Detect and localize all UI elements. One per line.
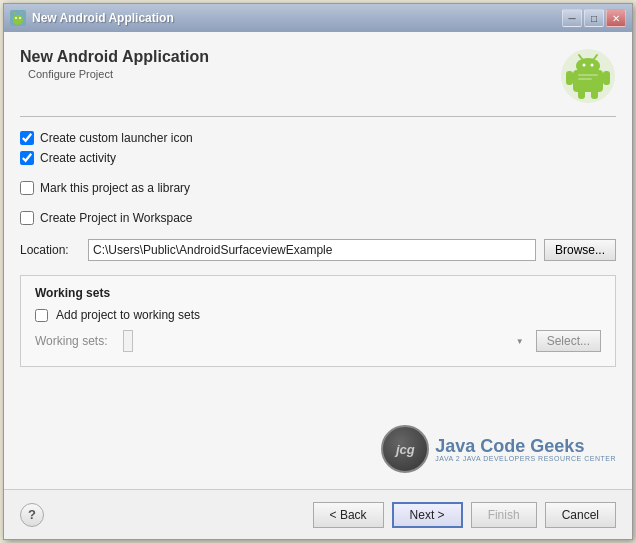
java-code-geeks-logo: jcg Java Code Geeks Java 2 Java Develope…: [381, 425, 616, 473]
add-to-working-sets-row: Add project to working sets: [35, 308, 601, 322]
svg-point-9: [583, 64, 586, 67]
svg-line-4: [14, 12, 15, 14]
workspace-row: Create Project in Workspace: [20, 211, 616, 225]
browse-button[interactable]: Browse...: [544, 239, 616, 261]
page-subtitle: Configure Project: [28, 68, 209, 80]
finish-button[interactable]: Finish: [471, 502, 537, 528]
working-sets-group: Working sets Add project to working sets…: [20, 275, 616, 367]
android-logo: [560, 48, 616, 104]
location-input[interactable]: [88, 239, 536, 261]
window-title: New Android Application: [32, 11, 556, 25]
svg-point-8: [576, 58, 600, 74]
next-button[interactable]: Next >: [392, 502, 463, 528]
location-row: Location: Browse...: [20, 239, 616, 261]
library-checkbox[interactable]: [20, 181, 34, 195]
close-button[interactable]: ✕: [606, 9, 626, 27]
location-label: Location:: [20, 243, 80, 257]
launcher-icon-checkbox[interactable]: [20, 131, 34, 145]
logo-area: jcg Java Code Geeks Java 2 Java Develope…: [20, 415, 616, 473]
separator: [20, 116, 616, 117]
working-sets-title: Working sets: [35, 286, 601, 300]
add-working-sets-checkbox[interactable]: [35, 309, 48, 322]
workspace-checkbox[interactable]: [20, 211, 34, 225]
jcg-main-text: Java Code Geeks: [435, 437, 616, 455]
svg-line-5: [21, 12, 22, 14]
jcg-sub-text: Java 2 Java Developers Resource Center: [435, 455, 616, 462]
library-label[interactable]: Mark this project as a library: [40, 181, 190, 195]
page-title-area: New Android Application Configure Projec…: [20, 48, 209, 80]
title-bar-buttons: ─ □ ✕: [562, 9, 626, 27]
working-sets-label: Working sets:: [35, 334, 115, 348]
title-bar: New Android Application ─ □ ✕: [4, 4, 632, 32]
working-sets-selector-row: Working sets: Select...: [35, 330, 601, 352]
svg-rect-16: [591, 89, 598, 99]
form-body: Create custom launcher icon Create activ…: [20, 131, 616, 473]
minimize-button[interactable]: ─: [562, 9, 582, 27]
workspace-label[interactable]: Create Project in Workspace: [40, 211, 193, 225]
svg-rect-13: [566, 71, 573, 85]
help-button[interactable]: ?: [20, 503, 44, 527]
create-activity-row: Create activity: [20, 151, 616, 165]
svg-rect-17: [578, 74, 598, 76]
working-sets-dropdown-wrapper: [123, 330, 528, 352]
launcher-icon-row: Create custom launcher icon: [20, 131, 616, 145]
library-row: Mark this project as a library: [20, 181, 616, 195]
cancel-button[interactable]: Cancel: [545, 502, 616, 528]
back-button[interactable]: < Back: [313, 502, 384, 528]
add-working-sets-label[interactable]: Add project to working sets: [56, 308, 200, 322]
svg-point-10: [591, 64, 594, 67]
svg-rect-14: [603, 71, 610, 85]
bottom-bar: ? < Back Next > Finish Cancel: [4, 489, 632, 539]
main-window: New Android Application ─ □ ✕ New Androi…: [3, 3, 633, 540]
maximize-button[interactable]: □: [584, 9, 604, 27]
launcher-icon-label[interactable]: Create custom launcher icon: [40, 131, 193, 145]
svg-rect-18: [578, 78, 592, 80]
page-title: New Android Application: [20, 48, 209, 66]
page-header: New Android Application Configure Projec…: [20, 48, 616, 104]
window-icon: [10, 10, 26, 26]
jcg-text-area: Java Code Geeks Java 2 Java Developers R…: [435, 437, 616, 462]
svg-point-3: [19, 17, 21, 19]
content-area: New Android Application Configure Projec…: [4, 32, 632, 489]
jcg-circle-icon: jcg: [381, 425, 429, 473]
create-activity-label[interactable]: Create activity: [40, 151, 116, 165]
create-activity-checkbox[interactable]: [20, 151, 34, 165]
select-button[interactable]: Select...: [536, 330, 601, 352]
svg-point-2: [15, 17, 17, 19]
working-sets-dropdown[interactable]: [123, 330, 133, 352]
svg-rect-15: [578, 89, 585, 99]
